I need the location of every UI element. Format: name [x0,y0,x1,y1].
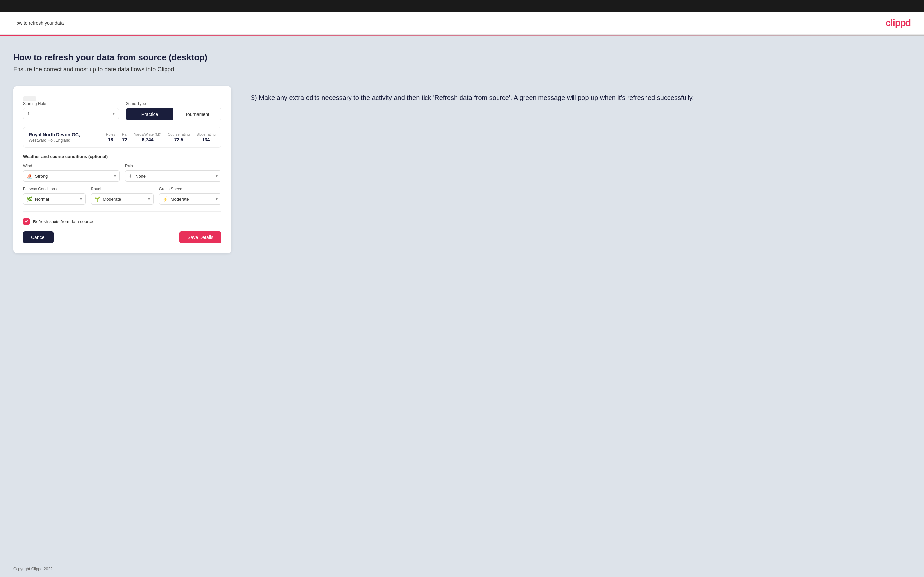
footer: Copyright Clippd 2022 [0,560,924,577]
course-name: Royal North Devon GC, [29,132,99,137]
yards-stat: Yards/White (M)) 6,744 [134,132,161,142]
slope-rating-stat: Slope rating 134 [196,132,216,142]
cancel-button[interactable]: Cancel [23,231,53,243]
game-type-buttons: Practice Tournament [126,108,221,121]
wind-value: Strong [35,174,111,179]
rain-select[interactable]: ☀ None ▾ [125,170,221,182]
par-label: Par [122,132,128,136]
wind-chevron-icon: ▾ [114,174,116,178]
green-speed-group: Green Speed ⚡ Moderate ▾ [159,187,221,205]
rain-value: None [136,174,213,179]
rough-chevron-icon: ▾ [148,197,150,201]
conditions-row-1: Wind ⛵ Strong ▾ Rain ☀ None ▾ [23,164,221,182]
green-speed-label: Green Speed [159,187,221,192]
course-rating-label: Course rating [168,132,190,136]
card-tabs [23,96,221,102]
refresh-checkbox-row: Refresh shots from data source [23,218,221,225]
slope-rating-value: 134 [196,137,216,142]
top-bar [0,0,924,12]
fairway-select[interactable]: 🌿 Normal ▾ [23,193,86,205]
course-rating-stat: Course rating 72.5 [168,132,190,142]
logo: clippd [886,18,911,28]
page-subheading: Ensure the correct and most up to date d… [13,66,911,73]
tournament-button[interactable]: Tournament [173,108,221,120]
tab-stub-1 [23,96,36,102]
fairway-group: Fairway Conditions 🌿 Normal ▾ [23,187,86,205]
course-name-area: Royal North Devon GC, Westward Ho!, Engl… [29,132,99,143]
wind-label: Wind [23,164,120,168]
green-speed-chevron-icon: ▾ [216,197,218,201]
side-description: 3) Make any extra edits necessary to the… [251,93,911,103]
rain-chevron-icon: ▾ [216,174,218,178]
rough-label: Rough [91,187,153,192]
fairway-value: Normal [35,197,77,202]
wind-group: Wind ⛵ Strong ▾ [23,164,120,182]
game-type-label: Game Type [126,102,221,106]
course-stats: Holes 18 Par 72 Yards/White (M)) 6,744 C… [106,132,216,142]
course-location: Westward Ho!, England [29,138,99,143]
tab-stub-2 [38,96,51,102]
fairway-icon: 🌿 [27,197,32,202]
rough-icon: 🌱 [94,197,100,202]
button-row: Cancel Save Details [23,231,221,243]
content-area: Starting Hole 1 ▾ Game Type Practice Tou… [13,86,911,253]
par-value: 72 [122,137,128,142]
practice-button[interactable]: Practice [126,108,173,120]
fairway-label: Fairway Conditions [23,187,86,192]
header: How to refresh your data clippd [0,12,924,35]
wind-icon: ⛵ [27,173,32,179]
holes-value: 18 [106,137,115,142]
rain-label: Rain [125,164,221,168]
wind-select[interactable]: ⛵ Strong ▾ [23,170,120,182]
header-title: How to refresh your data [13,21,64,26]
starting-hole-group: Starting Hole 1 ▾ [23,102,119,121]
refresh-checkbox[interactable] [23,218,30,225]
rough-value: Moderate [103,197,145,202]
green-speed-icon: ⚡ [163,197,168,202]
game-type-group: Game Type Practice Tournament [126,102,221,121]
starting-hole-value: 1 [27,111,113,116]
yards-value: 6,744 [134,137,161,142]
par-stat: Par 72 [122,132,128,142]
save-details-button[interactable]: Save Details [179,231,221,243]
rough-select[interactable]: 🌱 Moderate ▾ [91,193,153,205]
rain-group: Rain ☀ None ▾ [125,164,221,182]
starting-hole-chevron-icon: ▾ [113,111,115,116]
copyright-text: Copyright Clippd 2022 [13,567,53,571]
side-text: 3) Make any extra edits necessary to the… [251,86,911,103]
green-speed-value: Moderate [171,197,213,202]
starting-hole-select[interactable]: 1 ▾ [23,108,119,119]
conditions-row-2: Fairway Conditions 🌿 Normal ▾ Rough 🌱 Mo… [23,187,221,205]
green-speed-select[interactable]: ⚡ Moderate ▾ [159,193,221,205]
holes-stat: Holes 18 [106,132,115,142]
main-content: How to refresh your data from source (de… [0,36,924,560]
course-rating-value: 72.5 [168,137,190,142]
yards-label: Yards/White (M)) [134,132,161,136]
rough-group: Rough 🌱 Moderate ▾ [91,187,153,205]
refresh-label: Refresh shots from data source [33,219,93,224]
fairway-chevron-icon: ▾ [80,197,82,201]
rain-icon: ☀ [129,173,133,179]
page-heading: How to refresh your data from source (de… [13,53,911,63]
form-row-top: Starting Hole 1 ▾ Game Type Practice Tou… [23,102,221,121]
form-card: Starting Hole 1 ▾ Game Type Practice Tou… [13,86,231,253]
starting-hole-label: Starting Hole [23,102,119,106]
holes-label: Holes [106,132,115,136]
conditions-section-title: Weather and course conditions (optional) [23,154,221,159]
slope-rating-label: Slope rating [196,132,216,136]
course-info-box: Royal North Devon GC, Westward Ho!, Engl… [23,127,221,148]
